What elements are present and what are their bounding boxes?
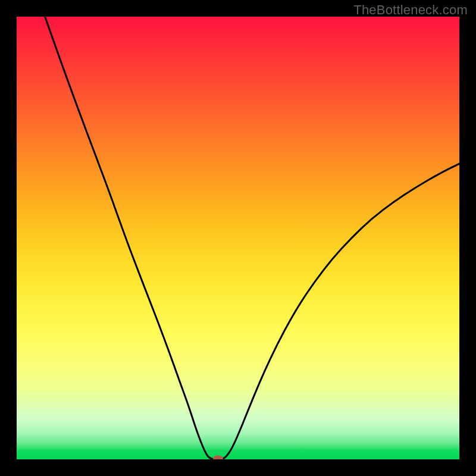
curve-right [221,164,459,459]
watermark-text: TheBottleneck.com [353,2,468,18]
plot-svg [17,17,459,459]
chart-frame: TheBottleneck.com [0,0,476,476]
curve-left [45,17,215,459]
bottleneck-marker [213,455,224,459]
plot-area [17,17,459,459]
